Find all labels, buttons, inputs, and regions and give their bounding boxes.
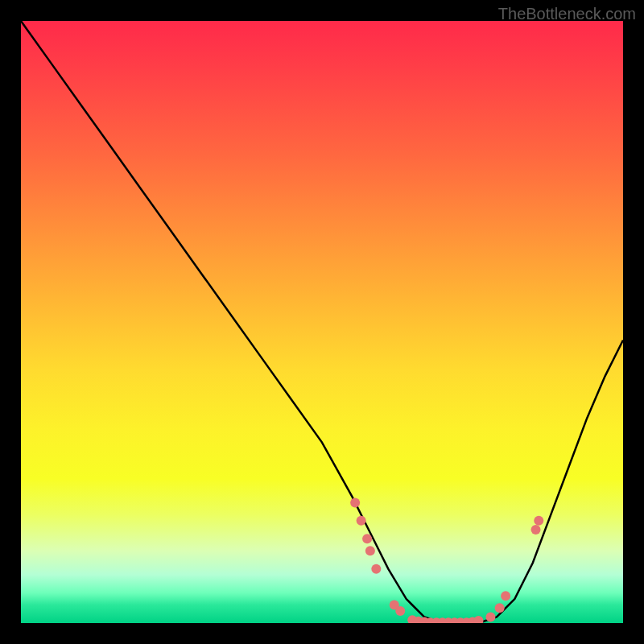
data-point xyxy=(495,603,505,613)
data-point xyxy=(531,525,541,535)
data-point xyxy=(485,613,495,622)
data-point xyxy=(350,497,360,507)
data-markers xyxy=(350,497,543,623)
data-point xyxy=(365,546,375,555)
chart-svg xyxy=(21,21,623,623)
data-point xyxy=(534,516,543,526)
data-point xyxy=(473,616,483,623)
data-point xyxy=(395,606,405,616)
watermark-text: TheBottleneck.com xyxy=(498,5,636,23)
data-point xyxy=(362,534,372,543)
plot-area xyxy=(21,21,623,623)
data-point xyxy=(357,516,366,526)
data-point xyxy=(501,591,510,601)
data-point xyxy=(371,564,381,574)
